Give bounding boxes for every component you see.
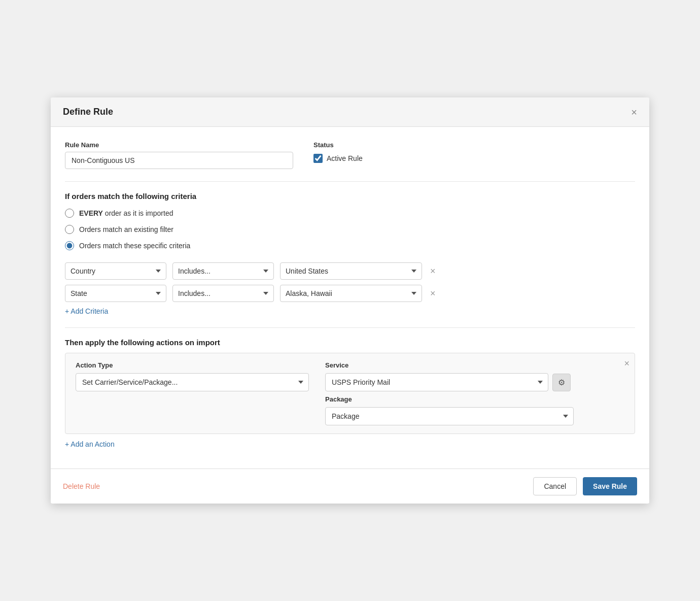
cancel-button[interactable]: Cancel	[533, 477, 577, 495]
radio-every-order-label: EVERY order as it is imported	[79, 209, 173, 217]
save-rule-button[interactable]: Save Rule	[583, 477, 637, 495]
criteria-value-select-2[interactable]: Alaska, Hawaii California New York	[280, 285, 422, 302]
active-rule-checkbox[interactable]	[313, 154, 323, 163]
actions-section-title: Then apply the following actions on impo…	[65, 338, 635, 347]
close-button[interactable]: ×	[631, 107, 637, 117]
radio-specific-criteria-input[interactable]	[65, 241, 74, 250]
criteria-row-state: Country State City Zip Includes... Exclu…	[65, 285, 635, 302]
actions-section: Then apply the following actions on impo…	[65, 338, 635, 448]
active-rule-row: Active Rule	[313, 154, 363, 163]
action-type-col: Action Type Set Carrier/Service/Package.…	[76, 361, 309, 391]
action-card-1: × Action Type Set Carrier/Service/Packag…	[65, 353, 635, 434]
package-select[interactable]: Package Flat Rate Box Custom	[325, 407, 574, 425]
criteria-value-select-1[interactable]: United States Canada Mexico	[280, 262, 422, 280]
criteria-field-select-1[interactable]: Country State City Zip	[65, 262, 166, 280]
add-action-button[interactable]: + Add an Action	[65, 440, 115, 448]
gear-button[interactable]: ⚙	[552, 374, 571, 391]
service-select[interactable]: USPS Priority Mail UPS Ground FedEx 2Day	[325, 373, 548, 391]
action-type-label: Action Type	[76, 361, 309, 369]
status-label: Status	[313, 141, 363, 149]
criteria-section-title: If orders match the following criteria	[65, 192, 635, 201]
criteria-rows-container: Country State City Zip Includes... Exclu…	[65, 262, 635, 302]
remove-action-button[interactable]: ×	[624, 358, 629, 369]
package-label: Package	[325, 395, 574, 403]
action-inner: Action Type Set Carrier/Service/Package.…	[76, 361, 624, 425]
radio-existing-filter-label: Orders match an existing filter	[79, 225, 173, 233]
modal-footer: Delete Rule Cancel Save Rule	[51, 469, 649, 504]
criteria-operator-select-2[interactable]: Includes... Excludes...	[172, 285, 274, 302]
radio-every-order: EVERY order as it is imported	[65, 209, 635, 218]
rule-name-label: Rule Name	[65, 141, 293, 149]
radio-every-order-input[interactable]	[65, 209, 74, 218]
criteria-field-select-2[interactable]: Country State City Zip	[65, 285, 166, 302]
remove-criteria-1-button[interactable]: ×	[428, 266, 438, 276]
footer-right: Cancel Save Rule	[533, 477, 637, 495]
remove-criteria-2-button[interactable]: ×	[428, 289, 438, 298]
radio-specific-criteria: Orders match these specific criteria	[65, 241, 635, 250]
radio-specific-criteria-label: Orders match these specific criteria	[79, 242, 190, 250]
service-label: Service	[325, 361, 574, 369]
criteria-operator-select-1[interactable]: Includes... Excludes...	[172, 262, 274, 280]
modal-title: Define Rule	[63, 107, 113, 117]
rule-name-status-row: Rule Name Status Active Rule	[65, 141, 635, 169]
criteria-row-country: Country State City Zip Includes... Exclu…	[65, 262, 635, 280]
criteria-section: If orders match the following criteria E…	[65, 192, 635, 315]
status-group: Status Active Rule	[313, 141, 363, 169]
service-row: USPS Priority Mail UPS Ground FedEx 2Day…	[325, 373, 574, 391]
rule-name-group: Rule Name	[65, 141, 293, 169]
modal-body: Rule Name Status Active Rule If orders m…	[51, 127, 649, 469]
define-rule-modal: Define Rule × Rule Name Status Active Ru…	[51, 97, 649, 504]
delete-rule-button[interactable]: Delete Rule	[63, 482, 100, 490]
radio-existing-filter-input[interactable]	[65, 225, 74, 234]
radio-group: EVERY order as it is imported Orders mat…	[65, 209, 635, 250]
active-rule-label: Active Rule	[327, 154, 363, 162]
add-criteria-button[interactable]: + Add Criteria	[65, 307, 108, 315]
rule-name-input[interactable]	[65, 152, 293, 169]
action-type-select[interactable]: Set Carrier/Service/Package... Set Tag S…	[76, 373, 309, 391]
service-package-col: Service USPS Priority Mail UPS Ground Fe…	[325, 361, 574, 425]
radio-existing-filter: Orders match an existing filter	[65, 225, 635, 234]
modal-header: Define Rule ×	[51, 97, 649, 127]
